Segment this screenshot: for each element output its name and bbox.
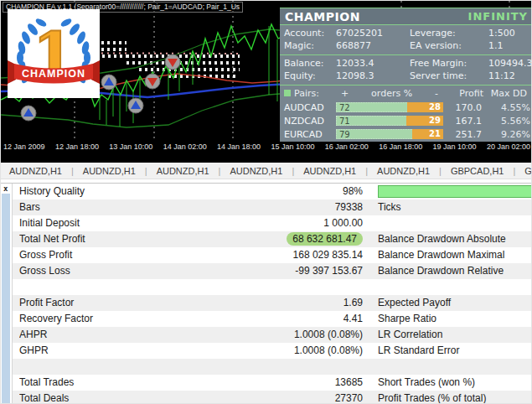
metric-value [239,359,363,375]
metric-label-right: Balance Drawdown Maximal [363,247,532,263]
tab-gbpcad-h1[interactable]: GBPCAD,H1 [430,166,504,176]
report-row: Bars 79338 Ticks [13,199,532,215]
pair-name: NZDCAD [284,116,336,127]
metric-label: Total Trades [19,375,239,391]
metric-value: 4.41 [239,311,363,327]
trade-marker-up-icon [101,75,116,90]
pair-row-audcad: AUDCAD 72 28 170.0 4.55% [280,101,532,114]
report-row: GHPR 1.0008 (0.08%) LR Standard Error [13,343,532,359]
metric-label: Profit Factor [19,295,239,311]
net-profit-highlight: 68 632 681.47 [287,232,363,246]
tab-audnzd-h1[interactable]: AUDNZD,H1 [9,166,62,176]
balance-label: Balance: [284,57,336,70]
report-row-spacer [13,279,532,295]
pair-maxdd: 5.56% [487,116,532,127]
strategy-tester-window: CHAMPION EA v.1.1 (Separator00=/////////… [0,0,532,404]
axis-tick-label: 14 Jan 18:00 [217,142,261,151]
metric-label: Bars [19,199,239,215]
leverage-value: 1:500 [488,27,529,39]
metric-label-right [363,359,532,375]
tab-audnzd-h1[interactable]: AUDNZD,H1 [62,166,136,176]
lower-envelope [1,93,290,127]
metric-value: 98% [239,184,363,199]
metric-value: 68 632 681.47 [239,231,363,247]
pair-name: EURCAD [284,129,336,140]
ea-version-value: 1.1 [488,39,529,52]
metric-value: 79338 [239,199,363,215]
orders-pct-header: orders % [371,88,412,99]
metric-value: 27370 [239,391,363,404]
metric-value: 1.0008 (0.08%) [239,327,363,343]
chart-area: CHAMPION EA v.1.1 (Separator00=/////////… [1,1,532,163]
trade-marker-down-icon [145,74,160,89]
pair-profit: 167.1 [443,116,487,127]
ea-version-label: EA version: [410,39,488,52]
pair-row-eurcad: EURCAD 79 21 251.7 9.26% [280,127,532,141]
axis-tick-label: 12 Jan 2009 [3,142,45,151]
metric-label: History Quality [19,184,239,199]
metric-label-right: LR Correlation [363,327,532,343]
metric-value: 13685 [239,375,363,391]
metric-label-right: Balance Drawdown Relative [363,263,532,279]
metric-label: AHPR [19,327,239,343]
metric-label-right: Expected Payoff [363,295,532,311]
metric-label: Initial Deposit [19,215,239,231]
report-row: Gross Profit 168 029 835.14 Balance Draw… [13,247,532,263]
axis-tick-label: 13 Jan 10:00 [109,142,152,151]
metric-label-right [363,215,532,231]
report-row: Total Net Profit 68 632 681.47 Balance D… [13,231,532,247]
loss-segment: 29 [406,116,443,126]
report-row: AHPR 1.0008 (0.08%) LR Correlation [13,327,532,343]
badge-ribbon-label: CHAMPION [22,68,85,80]
report-row: Gross Loss -99 397 153.67 Balance Drawdo… [13,263,532,279]
win-segment: 71 [336,116,406,126]
tab-gbpcad-h1[interactable]: GBPCAD,H1 [504,166,532,176]
metric-label-right: Sharpe Ratio [363,311,532,327]
pair-maxdd: 9.26% [487,129,532,140]
pair-name: AUDCAD [284,102,336,113]
pairs-label-text: Pairs: [294,88,319,99]
plus-header: + [341,88,349,99]
metric-label: GHPR [19,343,239,359]
info-row: Magic: 668877 EA version: 1.1 [284,39,529,52]
ea-info-panel: CHAMPION INFINITY Account: 67025201 Leve… [280,8,532,142]
info-row: Equity: 12098.3 Server time: 11:12 [284,70,529,82]
metric-label-right: Profit Trades (% of total) [363,391,532,404]
free-margin-value: 109494.3 [488,57,532,70]
trade-marker-down-icon [165,54,180,70]
win-segment: 79 [336,129,412,139]
metric-label: Recovery Factor [19,311,239,327]
axis-tick-label: 20 Jan 02:00 [487,142,530,151]
info-row: Balance: 12033.4 Free Margin: 109494.3 [284,57,529,70]
close-icon[interactable]: x [3,184,8,194]
left-scroll-strip[interactable] [2,194,10,404]
report-row: History Quality 98% [13,184,532,199]
magic-label: Magic: [284,39,336,52]
tab-audnzd-h1[interactable]: AUDNZD,H1 [136,166,209,176]
metric-label: Gross Profit [19,247,239,263]
axis-tick-label: 15 Jan 10:00 [271,142,314,151]
metric-label: Total Deals [19,391,239,404]
tab-audnzd-h1[interactable]: AUDNZD,H1 [209,166,283,176]
leverage-label: Leverage: [410,27,488,39]
equity-value: 12098.3 [336,70,410,82]
axis-tick-label: 14 Jan 02:00 [163,142,207,151]
chart-tab-bar: AUDNZD,H1 AUDNZD,H1 AUDNZD,H1 AUDNZD,H1 … [1,163,532,179]
metric-label [19,359,239,375]
metric-value: 1 000.00 [239,215,363,231]
orders-ratio-bar: 72 28 [336,102,443,112]
pairs-header-label: Pairs: [284,88,336,99]
tab-audnzd-h1[interactable]: AUDNZD,H1 [282,166,356,176]
pairs-table-header: Pairs: + orders % - Profit Max DD [280,85,532,101]
server-time-label: Server time: [410,70,488,82]
pair-profit: 251.7 [443,129,487,140]
tab-audnzd-h1[interactable]: AUDNZD,H1 [356,166,430,176]
report-row: Total Trades 13685 Short Trades (won %) [13,375,532,391]
info-row: Account: 67025201 Leverage: 1:500 [284,27,529,39]
backtest-report: x History Quality 98% Bars 79338 Ticks I… [1,183,532,404]
trade-marker-up-icon [21,106,36,121]
profit-header: Profit [443,88,487,99]
metric-label: Total Net Profit [19,231,239,247]
pair-profit: 170.0 [443,102,487,113]
ea-edition: INFINITY [468,10,528,23]
